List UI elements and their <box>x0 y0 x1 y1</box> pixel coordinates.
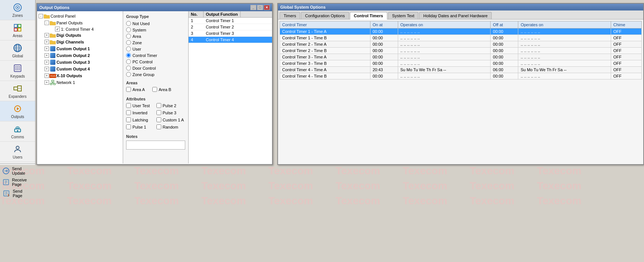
radio-user[interactable]: User <box>126 46 185 51</box>
tree-expand-panel-outputs[interactable]: - <box>45 21 49 25</box>
attr-user-test-input[interactable] <box>126 103 131 108</box>
radio-system[interactable]: System <box>126 27 185 32</box>
area-b-input[interactable] <box>152 87 157 92</box>
output-row-3[interactable]: 3 Control Timer 3 <box>189 30 272 37</box>
global-title: Global System Options <box>280 5 326 9</box>
radio-not-used[interactable]: Not Used <box>126 21 185 26</box>
tree-expand-custom2[interactable]: + <box>45 53 49 58</box>
tree-item-custom-output-2[interactable]: + Custom Output 2 <box>39 52 121 59</box>
attr-latching-input[interactable] <box>126 117 131 122</box>
area-a-checkbox[interactable]: Area A <box>126 87 145 92</box>
timer-row-1a[interactable]: Control Timer 1 - Time A 00:00 .. .. .. … <box>280 28 642 35</box>
tab-control-timers[interactable]: Control Timers <box>350 12 387 19</box>
receive-page-button[interactable]: Receive Page <box>0 177 35 188</box>
radio-pc-control-input[interactable] <box>126 59 131 64</box>
attr-user-test[interactable]: User Test <box>126 103 155 108</box>
tree-expand-custom4[interactable]: + <box>45 67 49 71</box>
close-button[interactable]: ✕ <box>264 5 270 10</box>
tree-item-panel-outputs[interactable]: - Panel Outputs <box>39 19 121 26</box>
area-b-checkbox[interactable]: Area B <box>152 87 171 92</box>
tree-item-digi-outputs[interactable]: + Digi Outputs <box>39 32 121 39</box>
timer-row-3b[interactable]: Control Timer 3 - Time B 00:00 .. .. .. … <box>280 60 642 67</box>
tree-expand-network[interactable]: + <box>45 80 49 85</box>
sidebar-item-comms[interactable]: Comms <box>0 121 35 142</box>
col-off-at: Off at <box>491 21 518 28</box>
tree-root-control-panel[interactable]: - Control Panel <box>39 13 121 19</box>
radio-zone-group[interactable]: Zone Group <box>126 72 185 77</box>
attr-pulse-1-input[interactable] <box>126 124 131 129</box>
timer-row-3a[interactable]: Control Timer 3 - Time A 00:00 .. .. .. … <box>280 54 642 60</box>
timer-row-4a[interactable]: Control Timer 4 - Time A 20:43 Su Mo Tu … <box>280 67 642 73</box>
sidebar-item-expanders[interactable]: Expanders <box>0 81 35 101</box>
sidebar-item-global[interactable]: Global <box>0 40 35 61</box>
radio-door-control[interactable]: Door Control <box>126 66 185 70</box>
tree-expand-root[interactable]: - <box>39 14 43 18</box>
radio-area[interactable]: Area <box>126 34 185 39</box>
send-update-button[interactable]: Send Update <box>0 165 35 177</box>
output-row-4[interactable]: 4 Control Timer 4 <box>189 37 272 43</box>
tree-item-digi-channels[interactable]: + Digi Channels <box>39 39 121 45</box>
tree-checkbox-control-timer[interactable] <box>55 27 60 31</box>
notes-section: Notes <box>126 134 185 150</box>
sidebar-item-users[interactable]: Users <box>0 142 35 162</box>
attr-pulse-2-label: Pulse 2 <box>163 103 177 108</box>
radio-control-timer-input[interactable] <box>126 53 131 58</box>
attr-pulse-3-input[interactable] <box>156 110 161 115</box>
attr-custom-1a-input[interactable] <box>156 117 161 122</box>
output-row-1[interactable]: 1 Control Timer 1 <box>189 18 272 24</box>
sidebar-item-zones[interactable]: Zones <box>0 0 35 20</box>
radio-control-timer[interactable]: Control Timer <box>126 53 185 58</box>
col-operates-on-2: Operates on <box>518 21 611 28</box>
timer-row-4b[interactable]: Control Timer 4 - Time B 00:00 .. .. .. … <box>280 73 642 79</box>
radio-pc-control[interactable]: PC Control <box>126 59 185 64</box>
sidebar-item-areas[interactable]: Areas <box>0 20 35 40</box>
attr-pulse-1[interactable]: Pulse 1 <box>126 124 155 129</box>
tab-holiday-dates[interactable]: Holiday Dates and Panel Hardware <box>419 12 492 19</box>
radio-zone-input[interactable] <box>126 40 131 45</box>
attr-pulse-2[interactable]: Pulse 2 <box>156 103 186 108</box>
radio-user-input[interactable] <box>126 46 131 51</box>
tree-item-custom-output-4[interactable]: + Custom Output 4 <box>39 66 121 72</box>
sidebar-item-outputs[interactable]: Outputs <box>0 101 35 121</box>
tree-item-custom-output-3[interactable]: + Custom Output 3 <box>39 59 121 66</box>
maximize-button[interactable]: □ <box>257 5 263 10</box>
notes-input[interactable] <box>126 141 185 150</box>
attr-inverted-input[interactable] <box>126 110 131 115</box>
tree-expand-digi-ch[interactable]: + <box>45 40 49 44</box>
attr-pulse-2-input[interactable] <box>156 103 161 108</box>
area-a-input[interactable] <box>126 87 131 92</box>
radio-zone-group-input[interactable] <box>126 72 131 77</box>
attr-random[interactable]: Random <box>156 124 186 129</box>
areas-section-title: Areas <box>126 81 185 85</box>
timer-row-2b[interactable]: Control Timer 2 - Time B 00:00 .. .. .. … <box>280 48 642 54</box>
tree-item-control-timer-4[interactable]: 1: Control Timer 4 <box>39 26 121 32</box>
output-row-2[interactable]: 2 Control Timer 2 <box>189 24 272 30</box>
tree-expand-custom3[interactable]: + <box>45 60 49 64</box>
attr-latching[interactable]: Latching <box>126 117 155 122</box>
tree-item-network-1[interactable]: + Network 1 <box>39 79 121 86</box>
tab-timers[interactable]: Timers <box>280 12 300 19</box>
tree-expand-x10[interactable]: + <box>45 73 49 78</box>
attr-pulse-3[interactable]: Pulse 3 <box>156 110 186 115</box>
timer-row-1b[interactable]: Control Timer 1 - Time B 00:00 .. .. .. … <box>280 35 642 41</box>
radio-system-input[interactable] <box>126 27 131 32</box>
radio-door-control-input[interactable] <box>126 66 131 70</box>
radio-area-input[interactable] <box>126 34 131 39</box>
tab-system-text[interactable]: System Text <box>388 12 419 19</box>
radio-not-used-input[interactable] <box>126 21 131 26</box>
attr-inverted[interactable]: Inverted <box>126 110 155 115</box>
sidebar-item-keypads[interactable]: Keypads <box>0 61 35 81</box>
tree-expand-digi[interactable]: + <box>45 33 49 37</box>
radio-zone[interactable]: Zone <box>126 40 185 45</box>
attr-random-input[interactable] <box>156 124 161 129</box>
attr-custom-1a[interactable]: Custom 1 A <box>156 117 186 122</box>
send-page-button[interactable]: Send Page <box>0 188 35 199</box>
sidebar-expanders-label: Expanders <box>9 94 27 99</box>
timer-row-2a[interactable]: Control Timer 2 - Time A 00:00 .. .. .. … <box>280 41 642 48</box>
tree-item-x10[interactable]: + X10 X-10 Outputs <box>39 72 121 79</box>
timer-name-2a: Control Timer 2 - Time A <box>280 41 370 48</box>
tree-expand-custom1[interactable]: + <box>45 46 49 51</box>
tree-item-custom-output-1[interactable]: + Custom Output 1 <box>39 45 121 52</box>
minimize-button[interactable]: _ <box>250 5 256 10</box>
tab-configuration-options[interactable]: Configuration Options <box>301 12 349 19</box>
